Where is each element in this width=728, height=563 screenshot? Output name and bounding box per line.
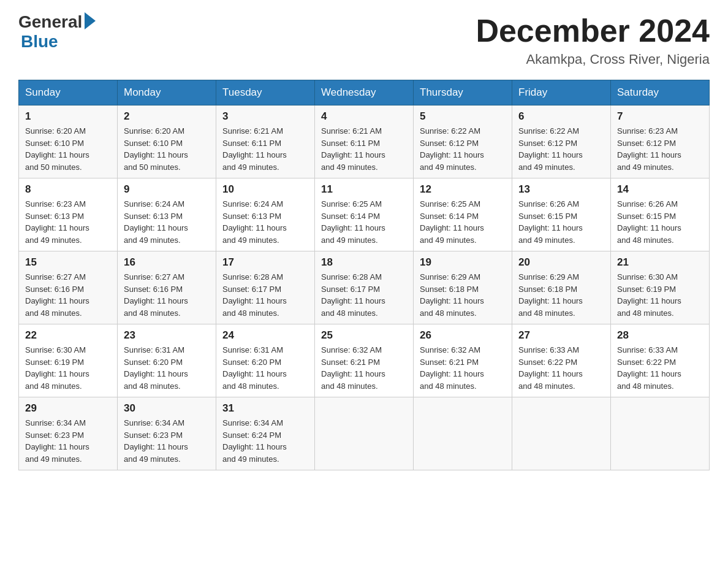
calendar-header-row: SundayMondayTuesdayWednesdayThursdayFrid… xyxy=(19,80,710,105)
day-number: 12 xyxy=(420,183,506,196)
day-info: Sunrise: 6:21 AMSunset: 6:11 PMDaylight:… xyxy=(321,125,407,173)
calendar-week-row: 1Sunrise: 6:20 AMSunset: 6:10 PMDaylight… xyxy=(19,105,710,178)
day-number: 14 xyxy=(617,183,703,196)
calendar-cell: 16Sunrise: 6:27 AMSunset: 6:16 PMDayligh… xyxy=(118,251,216,324)
calendar-cell: 19Sunrise: 6:29 AMSunset: 6:18 PMDayligh… xyxy=(414,251,512,324)
day-number: 10 xyxy=(222,183,308,196)
day-number: 31 xyxy=(222,402,308,415)
day-info: Sunrise: 6:28 AMSunset: 6:17 PMDaylight:… xyxy=(321,271,407,319)
calendar-week-row: 8Sunrise: 6:23 AMSunset: 6:13 PMDaylight… xyxy=(19,178,710,251)
day-number: 16 xyxy=(124,256,210,269)
column-header-wednesday: Wednesday xyxy=(315,80,414,105)
logo-arrow-icon xyxy=(85,12,96,29)
day-number: 22 xyxy=(25,329,111,342)
month-title: December 2024 xyxy=(476,12,710,49)
calendar-cell: 20Sunrise: 6:29 AMSunset: 6:18 PMDayligh… xyxy=(512,251,611,324)
day-number: 13 xyxy=(518,183,604,196)
day-info: Sunrise: 6:23 AMSunset: 6:12 PMDaylight:… xyxy=(617,125,703,173)
day-info: Sunrise: 6:34 AMSunset: 6:23 PMDaylight:… xyxy=(25,417,111,465)
day-number: 20 xyxy=(518,256,604,269)
column-header-saturday: Saturday xyxy=(611,80,710,105)
day-number: 24 xyxy=(222,329,308,342)
day-number: 28 xyxy=(617,329,703,342)
day-number: 6 xyxy=(518,110,604,123)
day-info: Sunrise: 6:31 AMSunset: 6:20 PMDaylight:… xyxy=(222,344,308,392)
calendar-cell: 29Sunrise: 6:34 AMSunset: 6:23 PMDayligh… xyxy=(19,397,118,470)
day-info: Sunrise: 6:23 AMSunset: 6:13 PMDaylight:… xyxy=(25,198,111,246)
day-info: Sunrise: 6:32 AMSunset: 6:21 PMDaylight:… xyxy=(321,344,407,392)
calendar-cell: 25Sunrise: 6:32 AMSunset: 6:21 PMDayligh… xyxy=(315,324,414,397)
day-number: 5 xyxy=(420,110,506,123)
calendar-cell: 28Sunrise: 6:33 AMSunset: 6:22 PMDayligh… xyxy=(611,324,710,397)
day-number: 2 xyxy=(124,110,210,123)
calendar-cell: 23Sunrise: 6:31 AMSunset: 6:20 PMDayligh… xyxy=(118,324,216,397)
calendar-cell xyxy=(512,397,611,470)
calendar-cell xyxy=(611,397,710,470)
day-info: Sunrise: 6:22 AMSunset: 6:12 PMDaylight:… xyxy=(518,125,604,173)
calendar-cell: 4Sunrise: 6:21 AMSunset: 6:11 PMDaylight… xyxy=(315,105,414,178)
day-info: Sunrise: 6:20 AMSunset: 6:10 PMDaylight:… xyxy=(124,125,210,173)
column-header-sunday: Sunday xyxy=(19,80,118,105)
day-number: 17 xyxy=(222,256,308,269)
calendar-cell: 13Sunrise: 6:26 AMSunset: 6:15 PMDayligh… xyxy=(512,178,611,251)
logo-general-text: General xyxy=(18,12,82,32)
calendar-cell: 21Sunrise: 6:30 AMSunset: 6:19 PMDayligh… xyxy=(611,251,710,324)
day-number: 4 xyxy=(321,110,407,123)
calendar-cell: 15Sunrise: 6:27 AMSunset: 6:16 PMDayligh… xyxy=(19,251,118,324)
day-info: Sunrise: 6:26 AMSunset: 6:15 PMDaylight:… xyxy=(518,198,604,246)
day-number: 25 xyxy=(321,329,407,342)
day-info: Sunrise: 6:34 AMSunset: 6:23 PMDaylight:… xyxy=(124,417,210,465)
day-info: Sunrise: 6:26 AMSunset: 6:15 PMDaylight:… xyxy=(617,198,703,246)
calendar-cell: 14Sunrise: 6:26 AMSunset: 6:15 PMDayligh… xyxy=(611,178,710,251)
day-number: 23 xyxy=(124,329,210,342)
calendar-cell: 9Sunrise: 6:24 AMSunset: 6:13 PMDaylight… xyxy=(118,178,216,251)
logo-blue-text: Blue xyxy=(21,32,58,52)
logo: General Blue xyxy=(18,12,96,52)
calendar-cell: 11Sunrise: 6:25 AMSunset: 6:14 PMDayligh… xyxy=(315,178,414,251)
day-info: Sunrise: 6:20 AMSunset: 6:10 PMDaylight:… xyxy=(25,125,111,173)
column-header-monday: Monday xyxy=(118,80,216,105)
day-number: 19 xyxy=(420,256,506,269)
day-info: Sunrise: 6:25 AMSunset: 6:14 PMDaylight:… xyxy=(420,198,506,246)
calendar-cell: 24Sunrise: 6:31 AMSunset: 6:20 PMDayligh… xyxy=(216,324,315,397)
calendar-cell: 5Sunrise: 6:22 AMSunset: 6:12 PMDaylight… xyxy=(414,105,512,178)
day-number: 27 xyxy=(518,329,604,342)
day-number: 29 xyxy=(25,402,111,415)
day-number: 3 xyxy=(222,110,308,123)
column-header-tuesday: Tuesday xyxy=(216,80,315,105)
calendar-week-row: 29Sunrise: 6:34 AMSunset: 6:23 PMDayligh… xyxy=(19,397,710,470)
calendar-cell: 27Sunrise: 6:33 AMSunset: 6:22 PMDayligh… xyxy=(512,324,611,397)
calendar-cell: 30Sunrise: 6:34 AMSunset: 6:23 PMDayligh… xyxy=(118,397,216,470)
day-info: Sunrise: 6:30 AMSunset: 6:19 PMDaylight:… xyxy=(617,271,703,319)
day-info: Sunrise: 6:28 AMSunset: 6:17 PMDaylight:… xyxy=(222,271,308,319)
calendar-week-row: 22Sunrise: 6:30 AMSunset: 6:19 PMDayligh… xyxy=(19,324,710,397)
day-info: Sunrise: 6:31 AMSunset: 6:20 PMDaylight:… xyxy=(124,344,210,392)
day-info: Sunrise: 6:27 AMSunset: 6:16 PMDaylight:… xyxy=(124,271,210,319)
column-header-thursday: Thursday xyxy=(414,80,512,105)
calendar-cell: 22Sunrise: 6:30 AMSunset: 6:19 PMDayligh… xyxy=(19,324,118,397)
calendar-week-row: 15Sunrise: 6:27 AMSunset: 6:16 PMDayligh… xyxy=(19,251,710,324)
calendar-cell: 31Sunrise: 6:34 AMSunset: 6:24 PMDayligh… xyxy=(216,397,315,470)
day-info: Sunrise: 6:30 AMSunset: 6:19 PMDaylight:… xyxy=(25,344,111,392)
day-info: Sunrise: 6:27 AMSunset: 6:16 PMDaylight:… xyxy=(25,271,111,319)
calendar-cell: 18Sunrise: 6:28 AMSunset: 6:17 PMDayligh… xyxy=(315,251,414,324)
calendar-cell: 10Sunrise: 6:24 AMSunset: 6:13 PMDayligh… xyxy=(216,178,315,251)
day-number: 26 xyxy=(420,329,506,342)
day-info: Sunrise: 6:33 AMSunset: 6:22 PMDaylight:… xyxy=(518,344,604,392)
day-number: 15 xyxy=(25,256,111,269)
calendar-cell: 17Sunrise: 6:28 AMSunset: 6:17 PMDayligh… xyxy=(216,251,315,324)
day-info: Sunrise: 6:33 AMSunset: 6:22 PMDaylight:… xyxy=(617,344,703,392)
day-number: 1 xyxy=(25,110,111,123)
day-info: Sunrise: 6:32 AMSunset: 6:21 PMDaylight:… xyxy=(420,344,506,392)
day-number: 21 xyxy=(617,256,703,269)
column-header-friday: Friday xyxy=(512,80,611,105)
calendar-cell: 7Sunrise: 6:23 AMSunset: 6:12 PMDaylight… xyxy=(611,105,710,178)
day-number: 11 xyxy=(321,183,407,196)
day-number: 9 xyxy=(124,183,210,196)
day-info: Sunrise: 6:24 AMSunset: 6:13 PMDaylight:… xyxy=(124,198,210,246)
day-info: Sunrise: 6:21 AMSunset: 6:11 PMDaylight:… xyxy=(222,125,308,173)
day-number: 7 xyxy=(617,110,703,123)
calendar-cell: 6Sunrise: 6:22 AMSunset: 6:12 PMDaylight… xyxy=(512,105,611,178)
calendar-cell: 26Sunrise: 6:32 AMSunset: 6:21 PMDayligh… xyxy=(414,324,512,397)
calendar-cell: 3Sunrise: 6:21 AMSunset: 6:11 PMDaylight… xyxy=(216,105,315,178)
